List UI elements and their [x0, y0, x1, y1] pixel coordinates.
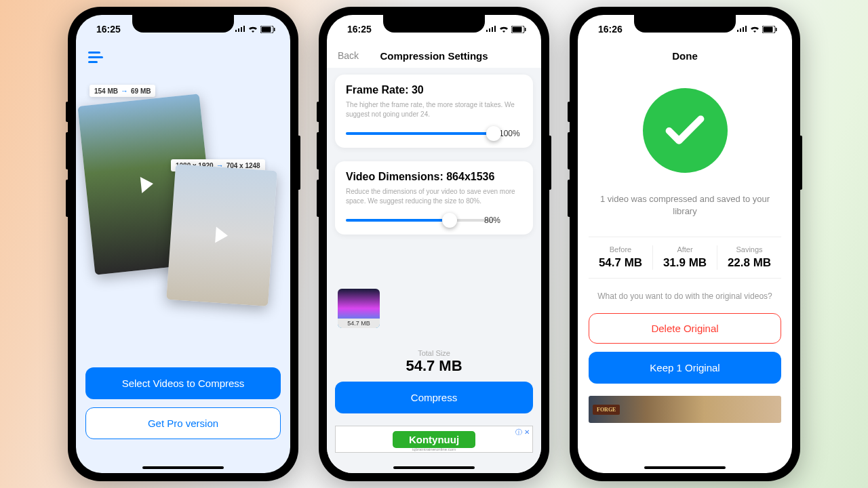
stat-savings: Savings 22.8 MB: [717, 245, 781, 270]
total-label: Total Size: [327, 349, 541, 357]
svg-rect-8: [776, 28, 777, 31]
illustration: 154 MB→69 MB 1080 x 1920→704 x 1248: [83, 73, 283, 317]
svg-rect-7: [764, 26, 773, 32]
question-text: What do you want to do with the original…: [589, 291, 781, 302]
settings-screen: 16:25 Back Compression Settings Frame Ra…: [327, 15, 541, 473]
dimensions-title: Video Dimensions: 864x1536: [346, 171, 522, 183]
ad-banner[interactable]: FORGE: [589, 396, 781, 423]
ad-logo: FORGE: [593, 405, 620, 415]
stat-before: Before 54.7 MB: [589, 245, 652, 270]
phone-mockup-2: 16:25 Back Compression Settings Frame Ra…: [319, 7, 549, 481]
status-icons: [486, 26, 526, 33]
framerate-card: Frame Rate: 30 The higher the frame rate…: [335, 75, 533, 148]
done-screen: 16:26 Done 1 video was compressed and sa…: [578, 15, 792, 473]
keep-button[interactable]: Keep 1 Original: [589, 352, 781, 384]
framerate-desc: The higher the frame rate, the more stor…: [346, 100, 522, 119]
success-message: 1 video was compressed and saved to your…: [589, 193, 781, 218]
status-icons: [235, 26, 275, 33]
home-screen: 16:25 154 MB→69 MB 1080 x 1920→704 x 124…: [76, 15, 290, 473]
select-videos-button[interactable]: Select Videos to Compress: [85, 367, 281, 399]
nav-bar: Done: [578, 43, 792, 68]
nav-bar: Back Compression Settings: [327, 43, 541, 68]
ad-text: Kontynuuj: [393, 431, 475, 448]
page-title: Done: [672, 50, 698, 62]
stats-row: Before 54.7 MB After 31.9 MB Savings 22.…: [589, 237, 781, 279]
svg-rect-5: [525, 28, 526, 31]
thumb-size: 54.7 MB: [338, 319, 380, 328]
play-icon: [140, 176, 154, 193]
time: 16:25: [347, 24, 372, 35]
total-value: 54.7 MB: [327, 357, 541, 375]
stat-after: After 31.9 MB: [652, 245, 717, 270]
framerate-title: Frame Rate: 30: [346, 84, 522, 96]
svg-rect-2: [274, 28, 275, 31]
delete-button[interactable]: Delete Original: [589, 313, 781, 344]
dimensions-card: Video Dimensions: 864x1536 Reduce the di…: [335, 161, 533, 235]
video-thumbnail[interactable]: 54.7 MB: [338, 289, 380, 328]
dimensions-value: 80%: [484, 216, 507, 225]
svg-rect-1: [262, 26, 271, 32]
time: 16:26: [598, 24, 623, 35]
svg-rect-4: [513, 26, 522, 32]
size-tag: 154 MB→69 MB: [90, 85, 155, 97]
dimensions-slider[interactable]: [346, 219, 494, 222]
back-button[interactable]: Back: [338, 50, 359, 61]
video-preview-2: [166, 164, 277, 306]
framerate-slider[interactable]: [346, 132, 494, 135]
compress-button[interactable]: Compress: [335, 382, 533, 413]
framerate-value: 100%: [499, 129, 522, 138]
phone-mockup-3: 16:26 Done 1 video was compressed and sa…: [570, 7, 800, 481]
get-pro-button[interactable]: Get Pro version: [85, 407, 281, 439]
menu-icon[interactable]: [88, 52, 103, 66]
success-icon: [643, 88, 728, 173]
status-icons: [736, 26, 777, 33]
dimensions-desc: Reduce the dimensions of your video to s…: [346, 187, 522, 206]
ad-banner[interactable]: Kontynuuj ⓘ ✕ iqbraintraineronline.com: [335, 426, 533, 453]
page-title: Compression Settings: [380, 50, 488, 62]
phone-mockup-1: 16:25 154 MB→69 MB 1080 x 1920→704 x 124…: [68, 7, 298, 481]
play-icon: [215, 226, 229, 243]
ad-close-icon[interactable]: ⓘ ✕: [515, 428, 530, 437]
time: 16:25: [96, 24, 121, 35]
